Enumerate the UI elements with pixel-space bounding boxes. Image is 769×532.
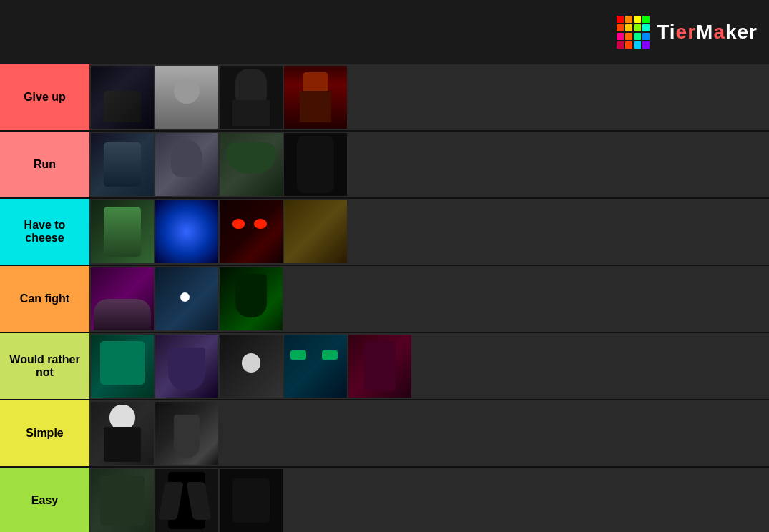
logo-text: TierMaker (657, 21, 758, 44)
list-item (348, 335, 411, 398)
logo-cell (634, 41, 641, 49)
tier-items-run (89, 132, 769, 197)
list-item (155, 335, 218, 398)
list-item (220, 267, 283, 330)
tierlist-wrapper: TierMaker Give up (0, 0, 769, 532)
tier-items-can-fight (89, 266, 769, 332)
list-item (91, 335, 154, 398)
list-item (220, 200, 283, 263)
tier-row-easy: Easy (0, 468, 769, 532)
logo-cell (617, 33, 624, 40)
tierlist: Give up (0, 64, 769, 532)
list-item (155, 133, 218, 196)
tier-label-cheese: Have to cheese (0, 199, 89, 265)
top-bar: TierMaker (0, 0, 769, 64)
list-item (220, 66, 283, 129)
tier-row-run: Run (0, 132, 769, 199)
list-item (155, 402, 218, 465)
list-item (284, 335, 347, 398)
list-item (91, 66, 154, 129)
tier-row-simple: Simple (0, 400, 769, 468)
tier-label-would-rather-not: Would rather not (0, 333, 89, 399)
tier-label-simple: Simple (0, 400, 89, 466)
logo-cell (617, 16, 624, 23)
tier-row-would-rather-not: Would rather not (0, 333, 769, 400)
list-item (220, 133, 283, 196)
list-item (220, 469, 283, 532)
logo-cell (634, 33, 641, 40)
tier-label-give-up: Give up (0, 64, 89, 130)
list-item (91, 267, 154, 330)
list-item (220, 335, 283, 398)
list-item (155, 469, 218, 532)
logo-cell (642, 24, 650, 31)
tiermaker-logo: TierMaker (617, 16, 758, 49)
list-item (155, 267, 218, 330)
tier-items-would-rather-not (89, 333, 769, 399)
tier-items-give-up (89, 64, 769, 130)
logo-cell (625, 41, 632, 49)
tier-label-easy: Easy (0, 468, 89, 532)
logo-cell (617, 41, 624, 49)
tier-row-can-fight: Can fight (0, 266, 769, 333)
tier-label-can-fight: Can fight (0, 266, 89, 332)
tier-label-run: Run (0, 132, 89, 197)
list-item (284, 66, 347, 129)
list-item (91, 469, 154, 532)
tier-items-easy (89, 468, 769, 532)
list-item (155, 200, 218, 263)
logo-cell (642, 16, 650, 23)
logo-cell (634, 16, 641, 23)
logo-cell (625, 16, 632, 23)
logo-cell (634, 24, 641, 31)
logo-cell (642, 33, 650, 40)
list-item (91, 200, 154, 263)
list-item (91, 133, 154, 196)
list-item (284, 133, 347, 196)
logo-cell (642, 41, 650, 49)
tier-row-cheese: Have to cheese (0, 199, 769, 266)
list-item (155, 66, 218, 129)
tier-row-give-up: Give up (0, 64, 769, 132)
tier-items-simple (89, 400, 769, 466)
logo-cell (625, 24, 632, 31)
tier-items-cheese (89, 199, 769, 265)
list-item (284, 200, 347, 263)
list-item (91, 402, 154, 465)
logo-cell (625, 33, 632, 40)
logo-cell (617, 24, 624, 31)
logo-grid (617, 16, 650, 49)
